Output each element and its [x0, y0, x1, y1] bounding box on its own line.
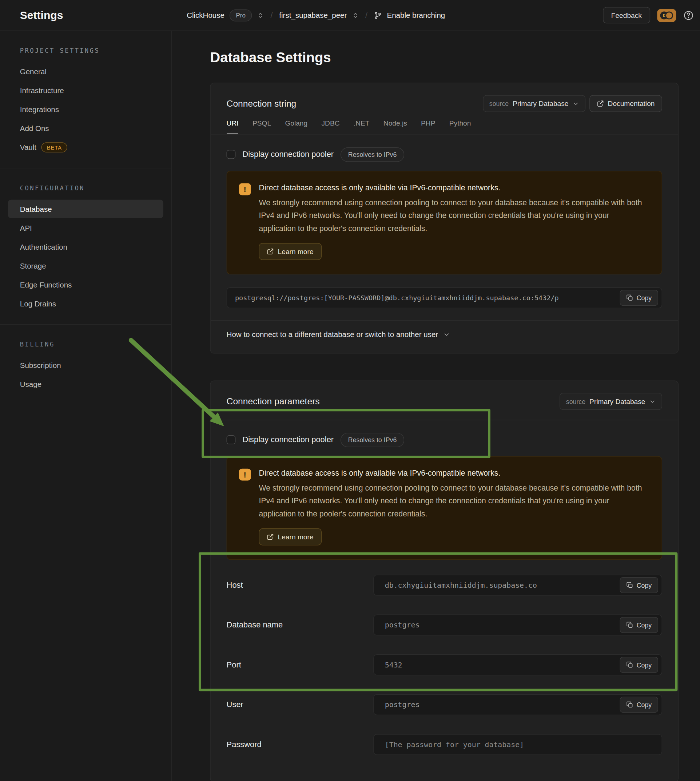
- org-avatar[interactable]: 0: [657, 9, 676, 22]
- sidebar-item-authentication[interactable]: Authentication: [8, 238, 163, 256]
- sidebar-item-general[interactable]: General: [8, 62, 163, 81]
- tab-uri[interactable]: URI: [227, 119, 239, 134]
- copy-icon: [626, 622, 633, 629]
- param-label: Database name: [227, 621, 373, 629]
- learn-more-label: Learn more: [278, 533, 313, 541]
- connection-parameters-title: Connection parameters: [227, 396, 320, 407]
- documentation-button[interactable]: Documentation: [589, 95, 662, 112]
- feedback-button[interactable]: Feedback: [602, 7, 650, 23]
- tab-jdbc[interactable]: JDBC: [321, 119, 340, 134]
- copy-uri-button[interactable]: Copy: [620, 290, 658, 306]
- alert-icon: !: [239, 469, 251, 481]
- sidebar-item-label: Vault: [20, 143, 37, 152]
- chevrons-up-down-icon[interactable]: [257, 12, 264, 18]
- breadcrumb-separator: /: [270, 10, 273, 20]
- learn-more-label: Learn more: [278, 247, 313, 255]
- sidebar-item-subscription[interactable]: Subscription: [8, 356, 163, 374]
- learn-more-button[interactable]: Learn more: [259, 529, 322, 546]
- section-title: BILLING: [20, 340, 172, 348]
- main-panel: Database Settings Connection string sour…: [172, 31, 700, 781]
- connection-string-tabs: URI PSQL Golang JDBC .NET Node.js PHP Py…: [211, 119, 678, 135]
- chevron-down-icon: [649, 398, 656, 405]
- external-link-icon: [267, 248, 273, 255]
- help-icon[interactable]: [683, 10, 694, 21]
- param-row-host: Host db.cxhygiuitamxhniiddjm.supabase.co…: [227, 575, 662, 596]
- copy-user-button[interactable]: Copy: [620, 697, 658, 713]
- param-row-database-name: Database name postgres Copy: [227, 615, 662, 636]
- sidebar-item-infrastructure[interactable]: Infrastructure: [8, 81, 163, 100]
- connection-string-card: Connection string source Primary Databas…: [210, 83, 678, 354]
- copy-label: Copy: [637, 661, 652, 669]
- documentation-label: Documentation: [608, 100, 655, 108]
- section-title: CONFIGURATION: [20, 184, 172, 192]
- warning-body: We strongly recommend using connection p…: [259, 196, 643, 235]
- sidebar-item-database[interactable]: Database: [8, 200, 163, 219]
- coin-overlap-icon: [665, 11, 673, 19]
- sidebar-item-add-ons[interactable]: Add Ons: [8, 119, 163, 138]
- source-select[interactable]: source Primary Database: [560, 393, 662, 410]
- param-row-user: User postgres Copy: [227, 694, 662, 715]
- source-select[interactable]: source Primary Database: [483, 95, 585, 112]
- tab-golang[interactable]: Golang: [285, 119, 307, 134]
- sidebar-item-storage[interactable]: Storage: [8, 257, 163, 275]
- page-title: Settings: [20, 9, 172, 22]
- connection-string-title: Connection string: [227, 98, 297, 109]
- app-window: Settings ClickHouse Pro / first_supabase…: [0, 0, 700, 781]
- param-row-password: Password [The password for your database…: [227, 734, 662, 755]
- connect-help-toggle[interactable]: How to connect to a different database o…: [211, 320, 678, 350]
- resolves-ipv6-badge: Resolves to IPv6: [340, 432, 404, 447]
- display-pooler-checkbox[interactable]: [227, 150, 236, 159]
- param-row-port: Port 5432 Copy: [227, 654, 662, 675]
- copy-database-name-button[interactable]: Copy: [620, 617, 658, 633]
- port-field[interactable]: 5432: [373, 654, 662, 675]
- source-label: source: [566, 398, 585, 406]
- copy-label: Copy: [637, 621, 652, 629]
- tab-dotnet[interactable]: .NET: [353, 119, 370, 134]
- display-pooler-checkbox[interactable]: [227, 435, 236, 444]
- copy-host-button[interactable]: Copy: [620, 577, 658, 593]
- sidebar-item-vault[interactable]: Vault BETA: [8, 138, 163, 157]
- source-value: Primary Database: [589, 397, 645, 406]
- database-settings-title: Database Settings: [210, 50, 678, 66]
- copy-icon: [626, 661, 633, 668]
- sidebar-item-log-drains[interactable]: Log Drains: [8, 294, 163, 313]
- user-field[interactable]: postgres: [373, 694, 662, 715]
- warning-body: We strongly recommend using connection p…: [259, 481, 643, 521]
- connection-uri-field[interactable]: postgresql://postgres:[YOUR-PASSWORD]@db…: [227, 287, 662, 308]
- password-field[interactable]: [The password for your database]: [373, 734, 662, 755]
- chevron-down-icon: [572, 100, 579, 107]
- chevrons-up-down-icon[interactable]: [352, 12, 359, 18]
- sidebar-item-api[interactable]: API: [8, 219, 163, 237]
- resolves-ipv6-badge: Resolves to IPv6: [340, 147, 404, 162]
- external-link-icon: [267, 534, 273, 541]
- breadcrumb-separator: /: [365, 10, 367, 20]
- param-label: Password: [227, 740, 373, 749]
- tab-php[interactable]: PHP: [421, 119, 435, 134]
- copy-port-button[interactable]: Copy: [620, 657, 658, 673]
- tab-psql[interactable]: PSQL: [252, 119, 271, 134]
- enable-branching-button[interactable]: Enable branching: [387, 11, 445, 19]
- tab-python[interactable]: Python: [449, 119, 471, 134]
- connection-parameters-card: Connection parameters source Primary Dat…: [210, 380, 678, 781]
- sidebar-item-usage[interactable]: Usage: [8, 375, 163, 394]
- warning-title: Direct database access is only available…: [259, 184, 643, 192]
- breadcrumb-org[interactable]: ClickHouse: [187, 11, 225, 19]
- copy-icon: [626, 701, 633, 708]
- copy-icon: [626, 582, 633, 589]
- breadcrumb-project[interactable]: first_supabase_peer: [279, 11, 347, 19]
- alert-icon: !: [239, 184, 251, 195]
- database-name-field[interactable]: postgres: [373, 615, 662, 636]
- host-field[interactable]: db.cxhygiuitamxhniiddjm.supabase.co: [373, 575, 662, 596]
- git-branch-icon: [374, 11, 382, 19]
- param-label: Host: [227, 581, 373, 590]
- display-pooler-label: Display connection pooler: [242, 435, 333, 444]
- settings-sidebar: PROJECT SETTINGS General Infrastructure …: [0, 31, 172, 781]
- tab-nodejs[interactable]: Node.js: [383, 119, 407, 134]
- param-label: User: [227, 700, 373, 709]
- learn-more-button[interactable]: Learn more: [259, 243, 322, 260]
- sidebar-section-billing: BILLING Subscription Usage: [0, 324, 172, 405]
- ipv6-warning-panel: ! Direct database access is only availab…: [227, 171, 662, 274]
- sidebar-item-edge-functions[interactable]: Edge Functions: [8, 275, 163, 294]
- sidebar-item-integrations[interactable]: Integrations: [8, 100, 163, 118]
- breadcrumb: ClickHouse Pro / first_supabase_peer / E…: [187, 9, 445, 21]
